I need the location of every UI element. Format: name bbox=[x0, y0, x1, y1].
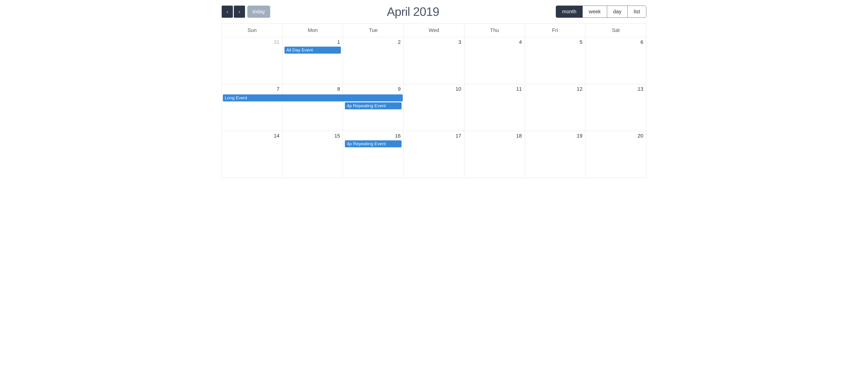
calendar-container: ‹ › today April 2019 month week day list… bbox=[217, 0, 651, 178]
day-number: 15 bbox=[284, 133, 341, 139]
day-number: 9 bbox=[345, 86, 402, 92]
week-row-2: 7 8 9 4p Repeating Event 10 11 bbox=[222, 84, 646, 131]
day-number: 8 bbox=[284, 86, 341, 92]
header-fri: Fri bbox=[525, 24, 586, 37]
day-number: 16 bbox=[345, 133, 402, 139]
day-apr-5: 5 bbox=[525, 37, 586, 84]
day-number: 31 bbox=[224, 39, 280, 45]
day-apr-13: 13 bbox=[585, 84, 646, 131]
day-number: 13 bbox=[587, 86, 644, 92]
day-apr-6: 6 bbox=[585, 37, 646, 84]
header-tue: Tue bbox=[343, 24, 404, 37]
day-mar-31: 31 bbox=[222, 37, 283, 84]
day-number: 20 bbox=[587, 133, 644, 139]
day-apr-2: 2 bbox=[343, 37, 404, 84]
next-button[interactable]: › bbox=[234, 6, 245, 18]
day-apr-12: 12 bbox=[525, 84, 586, 131]
today-button[interactable]: today bbox=[247, 6, 270, 18]
day-apr-9: 9 4p Repeating Event bbox=[343, 84, 404, 131]
day-apr-16: 16 4p Repeating Event bbox=[343, 131, 404, 178]
day-number: 11 bbox=[466, 86, 523, 92]
calendar-title: April 2019 bbox=[387, 5, 439, 19]
day-number: 5 bbox=[527, 39, 584, 45]
day-apr-15: 15 bbox=[283, 131, 343, 178]
day-number: 19 bbox=[527, 133, 584, 139]
event-long[interactable]: Long Event bbox=[223, 94, 403, 101]
day-apr-20: 20 bbox=[585, 131, 646, 178]
view-list-button[interactable]: list bbox=[628, 6, 646, 18]
day-apr-19: 19 bbox=[525, 131, 586, 178]
header-left: ‹ › today bbox=[222, 6, 270, 18]
header-sun: Sun bbox=[222, 24, 283, 37]
header-mon: Mon bbox=[283, 24, 343, 37]
view-buttons: month week day list bbox=[556, 6, 646, 18]
day-apr-10: 10 bbox=[404, 84, 464, 131]
day-apr-3: 3 bbox=[404, 37, 464, 84]
week-row-3: 14 15 16 4p Repeating Event 17 18 19 20 bbox=[222, 131, 646, 178]
view-day-button[interactable]: day bbox=[607, 6, 628, 18]
day-number: 3 bbox=[406, 39, 462, 45]
day-number: 14 bbox=[224, 133, 280, 139]
event-4p-repeating-w2: 4p Repeating Event bbox=[345, 102, 402, 109]
calendar-grid: Sun Mon Tue Wed Thu Fri Sat 31 1 All Day… bbox=[222, 23, 646, 178]
day-number: 10 bbox=[406, 86, 462, 92]
event-4p-w2[interactable]: 4p Repeating Event bbox=[345, 102, 402, 109]
day-apr-14: 14 bbox=[222, 131, 283, 178]
day-headers-row: Sun Mon Tue Wed Thu Fri Sat bbox=[222, 24, 646, 37]
day-apr-1: 1 All Day Event bbox=[283, 37, 343, 84]
week-row-1: 31 1 All Day Event 2 3 4 5 6 bbox=[222, 37, 646, 84]
day-number: 17 bbox=[406, 133, 462, 139]
day-number: 18 bbox=[466, 133, 523, 139]
day-apr-11: 11 bbox=[464, 84, 525, 131]
day-number: 1 bbox=[284, 39, 341, 45]
week-2-numbers: 7 8 9 4p Repeating Event 10 11 bbox=[222, 84, 646, 131]
prev-button[interactable]: ‹ bbox=[222, 6, 233, 18]
header-thu: Thu bbox=[464, 24, 525, 37]
day-apr-17: 17 bbox=[404, 131, 464, 178]
day-apr-4: 4 bbox=[464, 37, 525, 84]
calendar-header: ‹ › today April 2019 month week day list bbox=[222, 5, 646, 19]
view-month-button[interactable]: month bbox=[556, 6, 583, 18]
day-apr-8: 8 bbox=[283, 84, 343, 131]
view-week-button[interactable]: week bbox=[583, 6, 607, 18]
day-apr-18: 18 bbox=[464, 131, 525, 178]
event-4p-w3[interactable]: 4p Repeating Event bbox=[345, 140, 402, 147]
day-number: 2 bbox=[345, 39, 402, 45]
day-number: 6 bbox=[587, 39, 644, 45]
long-event-container: Long Event bbox=[222, 94, 404, 102]
event-all-day[interactable]: All Day Event bbox=[284, 46, 341, 54]
day-number: 4 bbox=[466, 39, 523, 45]
day-number: 7 bbox=[224, 86, 280, 92]
header-wed: Wed bbox=[404, 24, 464, 37]
day-number: 12 bbox=[527, 86, 584, 92]
nav-buttons: ‹ › bbox=[222, 6, 245, 18]
header-sat: Sat bbox=[585, 24, 646, 37]
day-apr-7: 7 bbox=[222, 84, 283, 131]
